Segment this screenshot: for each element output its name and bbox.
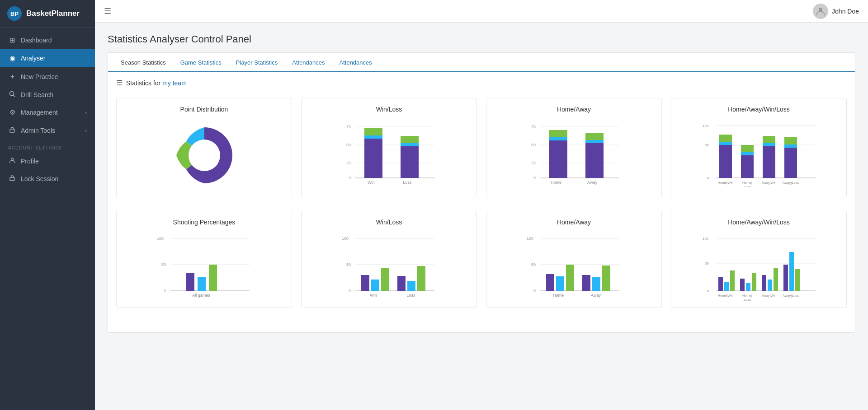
svg-rect-15 — [364, 139, 382, 178]
stats-menu-icon: ☰ — [116, 79, 123, 87]
svg-rect-18 — [401, 146, 419, 178]
chart-point-distribution: Point Distribution — [116, 98, 292, 197]
svg-text:50: 50 — [531, 143, 536, 147]
chart-area: 100 50 0 — [492, 232, 656, 300]
svg-rect-35 — [585, 140, 604, 143]
sidebar-item-label: Dashboard — [21, 37, 52, 44]
tab-attendances-1[interactable]: Attendances — [285, 53, 332, 72]
sidebar: BP BasketPlanner ⊞ Dashboard ◉ Analyser … — [0, 0, 95, 410]
svg-rect-116 — [789, 252, 794, 291]
tab-attendances-2[interactable]: Attendances — [332, 53, 379, 72]
admin-tools-icon — [8, 126, 16, 134]
tab-game-statistics[interactable]: Game Statistics — [173, 53, 229, 72]
svg-rect-113 — [768, 280, 772, 291]
user-menu[interactable]: John Doe — [813, 4, 859, 19]
sidebar-item-management[interactable]: ⚙ Management ‹ — [0, 103, 95, 121]
tabs-header: Season Statistics Game Statistics Player… — [108, 53, 855, 72]
svg-text:Home: Home — [552, 293, 563, 298]
dashboard-icon: ⊞ — [8, 36, 16, 44]
username: John Doe — [832, 8, 859, 15]
svg-text:50: 50 — [705, 261, 709, 266]
svg-rect-111 — [752, 273, 756, 291]
svg-rect-78 — [361, 275, 369, 291]
bar-chart-svg: 75 50 25 0 — [340, 119, 439, 187]
svg-text:50: 50 — [161, 262, 166, 267]
sidebar-item-label: Management — [21, 109, 58, 116]
svg-text:Loss: Loss — [403, 180, 412, 185]
svg-rect-109 — [740, 279, 745, 291]
svg-text:75: 75 — [531, 125, 536, 129]
bar-chart-svg: 100 50 0 — [700, 119, 818, 187]
sidebar-item-label: Admin Tools — [21, 127, 55, 134]
drill-search-icon — [8, 91, 16, 98]
svg-rect-53 — [763, 136, 775, 143]
svg-rect-52 — [763, 143, 775, 146]
svg-text:Loss: Loss — [744, 185, 751, 187]
svg-text:50: 50 — [705, 143, 709, 147]
sidebar-item-new-practice[interactable]: ＋ New Practice — [0, 67, 95, 86]
svg-rect-4 — [10, 177, 14, 181]
svg-text:25: 25 — [346, 161, 351, 165]
svg-text:All games: All games — [192, 293, 210, 298]
svg-line-1 — [14, 95, 15, 97]
svg-text:50: 50 — [346, 143, 351, 147]
sidebar-item-label: Analyser — [21, 55, 45, 62]
sidebar-item-lock-session[interactable]: Lock Session — [0, 170, 95, 187]
donut-svg — [168, 119, 241, 191]
svg-text:0: 0 — [533, 289, 536, 293]
tab-season-statistics[interactable]: Season Statistics — [113, 53, 173, 72]
svg-text:100: 100 — [157, 236, 164, 241]
tabs-container: Season Statistics Game Statistics Player… — [108, 52, 855, 333]
svg-point-5 — [819, 8, 822, 11]
chart-title: Win/Loss — [307, 106, 471, 113]
chart-area: 75 50 25 0 — [307, 119, 471, 187]
svg-text:25: 25 — [531, 161, 536, 165]
new-practice-icon: ＋ — [8, 72, 16, 81]
chart-title: Win/Loss — [307, 219, 471, 226]
svg-rect-107 — [724, 282, 729, 291]
svg-rect-33 — [549, 130, 567, 137]
svg-rect-112 — [762, 275, 766, 291]
tab-player-statistics[interactable]: Player Statistics — [229, 53, 285, 72]
sidebar-item-label: Drill Search — [21, 91, 53, 98]
svg-rect-80 — [381, 268, 389, 291]
chart-title: Point Distribution — [122, 106, 286, 113]
svg-rect-54 — [784, 148, 797, 178]
svg-text:Home|: Home| — [742, 181, 752, 185]
svg-text:100: 100 — [703, 237, 709, 241]
chart-area: 100 50 0 — [677, 232, 841, 302]
bar-chart-svg: 100 50 0 — [340, 232, 439, 300]
svg-text:Away|Loss: Away|Loss — [783, 294, 799, 298]
chart-home-away-win-loss-1: Home/Away/Win/Loss 100 50 0 — [671, 98, 847, 197]
sidebar-item-dashboard[interactable]: ⊞ Dashboard — [0, 31, 95, 49]
hamburger-icon[interactable]: ☰ — [104, 6, 111, 16]
svg-rect-49 — [741, 152, 754, 155]
analyser-icon: ◉ — [8, 54, 16, 62]
sidebar-item-label: Profile — [21, 158, 39, 165]
svg-rect-96 — [592, 277, 600, 291]
svg-text:Away: Away — [591, 293, 601, 298]
svg-rect-16 — [364, 135, 382, 139]
svg-rect-93 — [556, 276, 564, 291]
svg-rect-31 — [549, 140, 567, 178]
sidebar-item-profile[interactable]: Profile — [0, 152, 95, 170]
svg-text:100: 100 — [527, 236, 533, 241]
sidebar-item-analyser[interactable]: ◉ Analyser — [0, 49, 95, 67]
bar-chart-svg: 100 50 0 — [524, 232, 624, 300]
chart-title: Home/Away — [492, 219, 656, 226]
logo-icon: BP — [7, 6, 22, 21]
svg-text:0: 0 — [349, 289, 351, 293]
svg-rect-108 — [730, 270, 735, 291]
svg-rect-51 — [763, 146, 775, 178]
svg-rect-17 — [364, 128, 382, 135]
svg-text:Loss: Loss — [744, 298, 751, 302]
sidebar-item-drill-search[interactable]: Drill Search — [0, 86, 95, 103]
bar-chart-svg: 100 50 0 — [700, 232, 818, 302]
svg-text:0: 0 — [707, 176, 709, 180]
bar-chart-svg: 100 50 0 All games — [155, 232, 254, 300]
sidebar-item-admin-tools[interactable]: Admin Tools ‹ — [0, 121, 95, 139]
svg-rect-83 — [417, 266, 425, 291]
svg-text:0: 0 — [533, 176, 536, 180]
chart-shooting-percentages: Shooting Percentages 100 50 0 — [116, 211, 292, 308]
svg-rect-20 — [401, 136, 419, 143]
